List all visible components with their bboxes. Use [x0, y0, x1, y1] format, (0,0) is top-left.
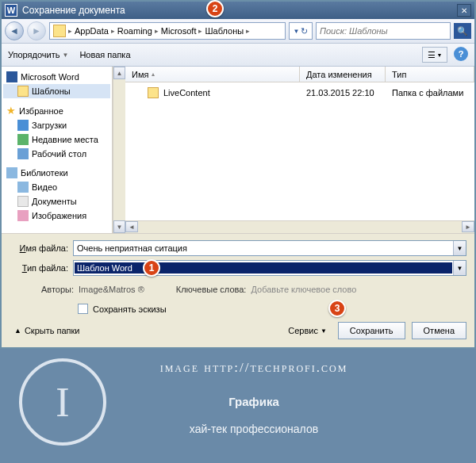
folder-icon: [53, 25, 66, 37]
tree-label: Видео: [32, 182, 57, 192]
tools-button[interactable]: Сервис ▼: [283, 324, 332, 337]
chevron-right-icon: ▸: [67, 27, 73, 35]
filetype-label: Тип файла:: [10, 263, 73, 273]
document-icon: [17, 196, 29, 207]
tree-item-downloads[interactable]: Загрузки: [3, 118, 110, 132]
column-header-name[interactable]: Имя ▴: [125, 67, 300, 82]
column-header-type[interactable]: Тип: [386, 67, 474, 82]
tree-item-recent[interactable]: Недавние места: [3, 132, 110, 147]
word-icon: [6, 71, 17, 82]
tree-label: Недавние места: [32, 135, 98, 144]
annotation-badge-3: 3: [328, 300, 346, 317]
chevron-right-icon: ▸: [110, 27, 116, 35]
refresh-icon: ↻: [301, 26, 308, 36]
organize-button[interactable]: Упорядочить ▼: [8, 50, 68, 59]
file-name: LiveContent: [163, 88, 210, 98]
tree-item-libraries[interactable]: Библиотеки: [3, 166, 110, 180]
sort-indicator-icon: ▴: [152, 71, 155, 78]
breadcrumb-segment[interactable]: AppData: [73, 26, 110, 36]
chevron-down-icon: ▼: [62, 52, 68, 59]
file-type: Папка с файлами: [386, 88, 474, 98]
scroll-track[interactable]: [113, 79, 125, 220]
close-window-button[interactable]: ✕: [457, 4, 471, 17]
breadcrumb-segment[interactable]: Шаблоны: [203, 26, 245, 36]
cancel-label: Отмена: [424, 326, 455, 335]
new-folder-button[interactable]: Новая папка: [79, 50, 130, 59]
chevron-down-icon: ▼: [294, 28, 300, 35]
downloads-icon: [17, 120, 29, 131]
chevron-right-icon: ▸: [198, 27, 203, 35]
annotation-badge-1: 1: [143, 259, 160, 277]
nav-back-button[interactable]: ◄: [5, 21, 24, 40]
file-rows: LiveContent 21.03.2015 22:10 Папка с фай…: [125, 82, 474, 220]
library-icon: [6, 167, 17, 178]
tree-item-desktop[interactable]: Рабочий стол: [3, 147, 110, 161]
breadcrumb-segment[interactable]: Roaming: [116, 26, 154, 36]
column-label: Тип: [392, 70, 406, 79]
file-row[interactable]: LiveContent 21.03.2015 22:10 Папка с фай…: [125, 86, 474, 100]
scroll-down-button[interactable]: ▼: [113, 220, 125, 233]
scroll-right-button[interactable]: ►: [462, 221, 474, 232]
column-label: Имя: [132, 70, 148, 79]
search-icon: 🔍: [457, 26, 468, 36]
filename-value: Очень неприятная ситация: [74, 243, 453, 253]
cancel-button[interactable]: Отмена: [412, 322, 466, 339]
file-list-pane: Имя ▴ Дата изменения Тип LiveContent 21.…: [125, 67, 474, 233]
watermark-logo: I: [19, 358, 106, 446]
video-icon: [17, 182, 29, 193]
scroll-left-button[interactable]: ◄: [125, 221, 138, 232]
folder-icon: [17, 86, 29, 97]
hide-folders-button[interactable]: ▲ Скрыть папки: [10, 324, 85, 337]
chevron-right-icon: ▸: [154, 27, 159, 35]
watermark-footer: I image http://techprofi.com Графика хай…: [0, 349, 476, 463]
nav-forward-button[interactable]: ►: [27, 21, 46, 40]
chevron-down-icon: ▼: [437, 52, 443, 58]
tree-item-word[interactable]: Microsoft Word: [3, 70, 110, 84]
new-folder-label: Новая папка: [79, 50, 130, 59]
chevron-down-icon[interactable]: ▼: [453, 241, 466, 255]
keywords-label: Ключевые слова:: [176, 285, 247, 294]
tree-label: Избранное: [19, 106, 63, 116]
view-mode-button[interactable]: ☰ ▼: [422, 47, 447, 63]
filename-combo[interactable]: Очень неприятная ситация ▼: [73, 240, 466, 256]
scroll-up-button[interactable]: ▲: [113, 67, 125, 79]
tree-item-documents[interactable]: Документы: [3, 194, 110, 209]
breadcrumb-segment[interactable]: Microsoft: [159, 26, 198, 36]
tree-label: Шаблоны: [32, 86, 71, 96]
bottom-panel: Имя файла: Очень неприятная ситация ▼ Ти…: [2, 233, 474, 347]
tree-label: Изображения: [32, 211, 86, 220]
column-header-date[interactable]: Дата изменения: [300, 67, 386, 82]
desktop-icon: [17, 148, 29, 159]
help-button[interactable]: ?: [454, 47, 468, 61]
tree-item-video[interactable]: Видео: [3, 180, 110, 194]
save-button[interactable]: Сохранить: [338, 322, 405, 339]
watermark-letter: I: [56, 379, 69, 426]
keywords-placeholder[interactable]: Добавьте ключевое слово: [251, 285, 356, 294]
list-view-icon: ☰: [428, 50, 436, 60]
refresh-dropdown-button[interactable]: ▼ ↻: [289, 22, 313, 40]
search-box: [316, 22, 451, 40]
horizontal-scrollbar[interactable]: ◄ ►: [125, 220, 474, 233]
dialog-body: Microsoft Word Шаблоны ★ Избранное Загру…: [2, 67, 474, 233]
file-date: 21.03.2015 22:10: [300, 88, 386, 98]
authors-label: Авторы:: [41, 285, 74, 294]
chevron-up-icon: ▲: [14, 327, 21, 335]
breadcrumb[interactable]: ▸ AppData ▸ Roaming ▸ Microsoft ▸ Шаблон…: [49, 22, 286, 40]
word-app-icon: W: [5, 4, 17, 17]
scroll-track[interactable]: [138, 221, 462, 233]
tree-item-pictures[interactable]: Изображения: [3, 209, 110, 223]
sidebar-scrollbar[interactable]: ▲ ▼: [113, 67, 125, 233]
search-button[interactable]: 🔍: [454, 23, 471, 39]
chevron-right-icon: ▸: [245, 27, 251, 35]
search-input[interactable]: [317, 26, 450, 36]
save-thumbnail-checkbox[interactable]: [78, 304, 88, 314]
tree-item-favorites[interactable]: ★ Избранное: [3, 103, 110, 118]
filetype-combo[interactable]: Шаблон Word ▼: [73, 260, 466, 276]
authors-value[interactable]: Image&Matros ®: [79, 285, 144, 294]
folder-icon: [148, 87, 159, 98]
folder-tree: Microsoft Word Шаблоны ★ Избранное Загру…: [2, 67, 113, 233]
chevron-down-icon[interactable]: ▼: [453, 261, 466, 275]
window-title: Сохранение документа: [22, 5, 455, 16]
tree-label: Рабочий стол: [32, 149, 86, 159]
tree-item-templates[interactable]: Шаблоны: [3, 84, 110, 98]
